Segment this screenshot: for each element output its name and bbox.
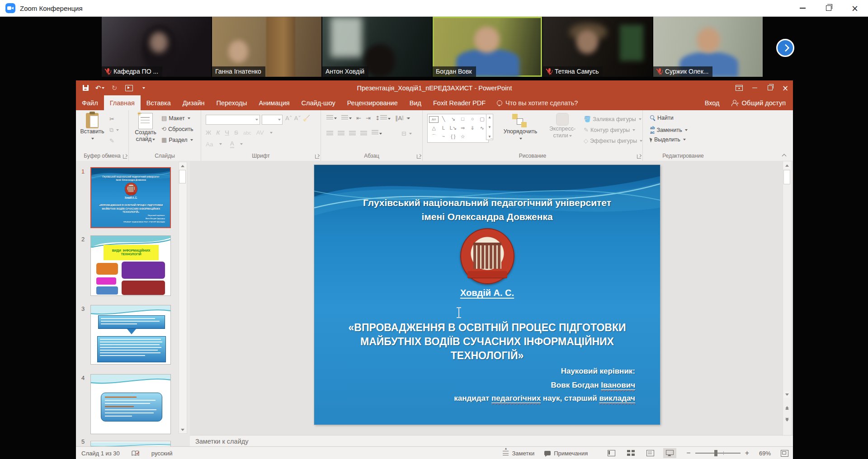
participant-video-2[interactable]: Ганна Ігнатенко (212, 17, 321, 77)
tab-home[interactable]: Главная (104, 95, 141, 110)
gallery-down-icon[interactable]: ▼ (488, 125, 491, 129)
next-slide-button[interactable] (783, 415, 790, 424)
ppt-minimize-button[interactable] (747, 80, 762, 95)
elbow-shape-icon[interactable]: L (439, 124, 448, 133)
ppt-close-button[interactable]: × (778, 80, 793, 95)
normal-view-button[interactable] (605, 448, 618, 458)
scroll-up-button[interactable] (783, 162, 790, 169)
elbow-arrow-shape-icon[interactable]: L↘ (448, 124, 458, 133)
strikethrough-button[interactable]: S (234, 129, 238, 136)
columns-button[interactable] (372, 130, 382, 136)
slide-thumbnail-5[interactable] (90, 441, 171, 446)
arrow-shape-icon[interactable]: ↘ (448, 115, 458, 124)
slide-title[interactable]: «ВПРОВАДЖЕННЯ В ОСВІТНІЙ ПРОЦЕС ПІДГОТОВ… (328, 321, 646, 363)
align-right-button[interactable] (349, 131, 356, 136)
gallery-more-icon[interactable]: ▼̲ (488, 135, 491, 139)
zoom-in-button[interactable]: + (745, 449, 749, 457)
clipboard-dialog-launcher[interactable] (123, 155, 127, 159)
gallery-up-icon[interactable]: ▲ (488, 115, 491, 119)
slide-thumbnail-1[interactable]: Глухівський національний педагогічний ун… (90, 167, 171, 228)
slide-supervisor-label[interactable]: Науковий керівник: (561, 367, 635, 376)
thumbnail-scrollbar[interactable] (179, 162, 187, 434)
slide-supervisor-degree[interactable]: кандидат педагогічних наук, старший викл… (454, 394, 635, 403)
shapes-gallery-scroll[interactable]: ▲ ▼ ▼̲ (486, 114, 493, 140)
bullets-button[interactable] (326, 115, 337, 122)
drawing-dialog-launcher[interactable] (637, 155, 641, 159)
participant-video-6[interactable]: Суржик Олек... (653, 17, 763, 77)
section-button[interactable]: ▦Раздел (161, 136, 193, 143)
fit-slide-to-window-button[interactable] (781, 450, 788, 457)
tab-insert[interactable]: Вставка (141, 95, 177, 110)
notes-toggle-button[interactable]: Заметки (503, 450, 534, 457)
slide-author[interactable]: Ховдій А. С. (314, 288, 660, 298)
collapse-ribbon-button[interactable] (782, 155, 787, 157)
participant-video-4-active-speaker[interactable]: Богдан Вовк (433, 17, 542, 77)
previous-slide-button[interactable] (783, 403, 790, 412)
slide-scrollbar[interactable] (783, 161, 792, 436)
layout-button[interactable]: ▤Макет (161, 115, 190, 122)
shape-effects-button[interactable]: ◇Эффекты фигуры (584, 137, 642, 144)
tab-transitions[interactable]: Переходы (211, 95, 253, 110)
undo-button[interactable]: ↶ (96, 84, 104, 92)
university-emblem[interactable] (460, 228, 514, 284)
notes-bar[interactable]: Заметки к слайду (190, 435, 793, 447)
font-color-button[interactable]: А (230, 140, 235, 148)
scribble-shape-icon[interactable]: ∿ (477, 124, 487, 133)
oval-shape-icon[interactable]: ○ (467, 115, 477, 124)
smartart-convert-button[interactable]: ⊟ (401, 130, 412, 137)
comments-toggle-button[interactable]: Примечания (544, 450, 588, 457)
thumb-scroll-up-button[interactable] (179, 162, 186, 169)
tab-foxit-pdf[interactable]: Foxit Reader PDF (427, 95, 491, 110)
participant-video-5[interactable]: Тетяна Самусь (543, 17, 652, 77)
slide-thumbnail-4[interactable] (90, 374, 171, 434)
bold-button[interactable]: Ж (206, 129, 211, 136)
share-button[interactable]: + Общий доступ (731, 99, 786, 107)
zoom-out-button[interactable]: − (686, 449, 690, 457)
slide-sorter-view-button[interactable] (624, 448, 637, 458)
align-text-button[interactable]: ⫴ (401, 115, 409, 122)
tab-design[interactable]: Дизайн (177, 95, 211, 110)
spellcheck-icon[interactable] (132, 450, 140, 457)
save-button[interactable] (81, 84, 90, 92)
participant-video-1[interactable]: Кафедра ПО ... (102, 17, 211, 77)
minimize-button[interactable] (789, 0, 816, 16)
shape-outline-button[interactable]: ✎Контур фигуры (584, 126, 635, 133)
close-button[interactable]: × (842, 0, 868, 16)
char-spacing-button[interactable]: AV (256, 129, 264, 136)
shape-fill-button[interactable]: 🪣Заливка фигуры (584, 116, 642, 122)
brace-shape-icon[interactable]: { } (448, 133, 458, 141)
format-painter-button[interactable]: ✎ (109, 137, 114, 144)
text-direction-button[interactable]: ∥A (395, 115, 402, 122)
change-case-button[interactable]: Aa (206, 141, 213, 148)
rect-shape-icon[interactable]: □ (458, 115, 467, 124)
copy-button[interactable]: ⧉ (109, 126, 119, 134)
increase-indent-button[interactable]: ⇥ (366, 115, 371, 122)
arrange-button[interactable]: Упорядочить (499, 113, 542, 142)
tab-file[interactable]: Файл (76, 95, 104, 110)
reset-button[interactable]: ⟲Сбросить (161, 126, 193, 132)
star-shape-icon[interactable]: ☆ (458, 133, 467, 141)
grow-shrink-font-buttons[interactable]: A˄A˅🧹 (285, 115, 310, 122)
start-slideshow-button[interactable] (125, 84, 133, 92)
tab-review[interactable]: Рецензирование (341, 95, 404, 110)
select-button[interactable]: Выделить (650, 136, 686, 143)
slide-canvas[interactable]: Глухівський національний педагогічний ун… (314, 165, 660, 425)
language-indicator[interactable]: русский (151, 450, 173, 457)
replace-button[interactable]: abacЗаменить (650, 126, 688, 135)
tab-view[interactable]: Вид (404, 95, 427, 110)
paste-button[interactable]: Вставить (80, 113, 105, 142)
slide-thumbnail-3[interactable] (90, 305, 171, 365)
cut-button[interactable]: ✂ (109, 116, 114, 122)
curve-shape-icon[interactable]: ~ (439, 133, 448, 141)
align-left-button[interactable] (326, 131, 333, 136)
redo-button[interactable]: ↻ (110, 84, 118, 92)
textbox-shape-icon[interactable]: A≡ (429, 116, 439, 123)
quick-styles-button[interactable]: Экспресс- стили (544, 113, 581, 139)
slide-university-line2[interactable]: імені Олександра Довженка (314, 211, 660, 222)
tab-slideshow[interactable]: Слайд-шоу (296, 95, 341, 110)
down-arrow-shape-icon[interactable]: ⇓ (467, 124, 477, 133)
restore-button[interactable] (816, 0, 842, 16)
participant-video-3[interactable]: Антон Ховдій (322, 17, 432, 77)
rounded-rect-shape-icon[interactable]: ▢ (477, 115, 487, 124)
decrease-indent-button[interactable]: ⇤ (356, 115, 361, 122)
